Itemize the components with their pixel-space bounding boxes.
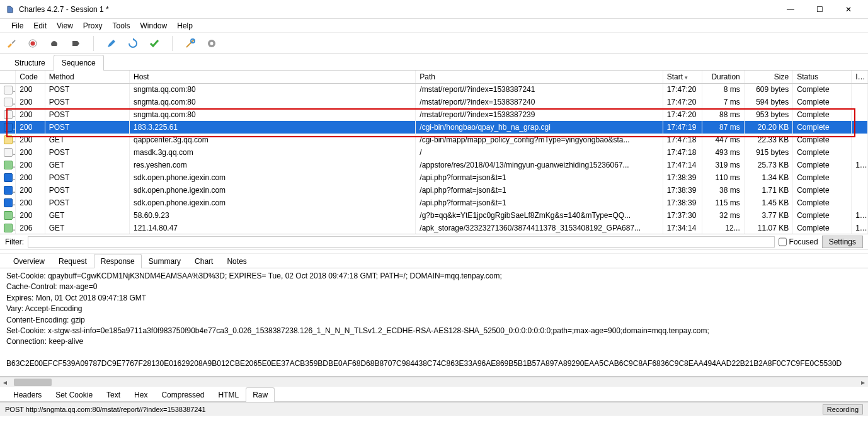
col-method[interactable]: Method <box>45 71 129 83</box>
table-row[interactable]: 200POSTsdk.open.phone.igexin.com/api.php… <box>0 171 868 184</box>
cell-code: 200 <box>16 209 45 222</box>
table-row[interactable]: 200POSTsngmta.qq.com:80/mstat/report//?i… <box>0 96 868 108</box>
col-start[interactable]: Start <box>663 71 702 83</box>
tab-request[interactable]: Request <box>52 254 94 268</box>
scroll-right-arrow[interactable]: ▸ <box>858 378 868 387</box>
row-type-icon <box>4 161 13 169</box>
table-row[interactable]: 200GET58.60.9.23/g?b=qq&k=YtE1jpc0gRgibS… <box>0 209 868 222</box>
cell-duration: 110 ms <box>702 171 744 184</box>
tab-summary[interactable]: Summary <box>142 254 188 268</box>
horizontal-scrollbar[interactable]: ◂ ▸ <box>0 377 868 387</box>
filter-input[interactable] <box>28 236 775 248</box>
cell-duration: 32 ms <box>702 209 744 222</box>
cell-size: 20.20 KB <box>744 121 792 134</box>
table-row[interactable]: 200POSTsdk.open.phone.igexin.com/api.php… <box>0 197 868 209</box>
cell-code: 200 <box>16 134 45 146</box>
table-row[interactable]: 200GETres.yeshen.com/appstore/res/2018/0… <box>0 159 868 171</box>
format-text[interactable]: Text <box>100 387 127 402</box>
cell-start: 17:47:20 <box>663 96 702 108</box>
request-table: Code Method Host Path Start Duration Siz… <box>0 71 868 234</box>
menu-window[interactable]: Window <box>135 20 173 31</box>
col-status[interactable]: Status <box>793 71 852 83</box>
tab-sequence[interactable]: Sequence <box>54 55 104 71</box>
repeat-icon[interactable] <box>127 37 139 50</box>
col-path[interactable]: Path <box>416 71 663 83</box>
window-title: Charles 4.2.7 - Session 1 * <box>19 5 776 14</box>
close-button[interactable]: ✕ <box>834 0 863 19</box>
menu-edit[interactable]: Edit <box>28 20 52 31</box>
tab-overview[interactable]: Overview <box>6 254 52 268</box>
maximize-button[interactable]: ☐ <box>805 0 834 19</box>
table-row[interactable]: 200POSTmasdk.3g.qq.com/17:47:18493 ms915… <box>0 146 868 159</box>
cell-status: Complete <box>793 209 852 222</box>
focused-checkbox[interactable] <box>779 236 787 248</box>
cell-start: 17:47:20 <box>663 83 702 96</box>
pen-icon[interactable] <box>105 37 118 50</box>
cell-path: /mstat/report//?index=1538387240 <box>416 96 663 108</box>
cell-size: 3.77 KB <box>744 209 792 222</box>
menu-view[interactable]: View <box>52 20 78 31</box>
table-row[interactable]: 200POSTsngmta.qq.com:80/mstat/report//?i… <box>0 108 868 121</box>
cell-status: Complete <box>793 159 852 171</box>
cell-method: POST <box>45 184 129 197</box>
table-row[interactable]: 200POST183.3.225.61/cgi-bin/hongbao/qpay… <box>0 121 868 134</box>
validate-icon[interactable] <box>148 37 161 50</box>
settings-icon[interactable] <box>205 37 218 50</box>
table-row[interactable]: 200POSTsdk.open.phone.igexin.com/api.php… <box>0 184 868 197</box>
tools-icon[interactable] <box>184 37 197 50</box>
toolbar-separator <box>93 36 94 51</box>
format-compressed[interactable]: Compressed <box>154 387 211 402</box>
col-code[interactable]: Code <box>16 71 45 83</box>
cell-start: 17:38:39 <box>663 197 702 209</box>
format-headers[interactable]: Headers <box>6 387 49 402</box>
cell-info <box>852 96 868 108</box>
recording-indicator[interactable]: Recording <box>823 404 863 414</box>
cell-path: /g?b=qq&k=YtE1jpc0gRgibSaeLf8ZmKg&s=140&… <box>416 209 663 222</box>
cell-host: qappcenter.3g.qq.com <box>129 134 415 146</box>
view-tabs: Structure Sequence <box>0 54 868 71</box>
format-raw[interactable]: Raw <box>246 387 275 402</box>
settings-button[interactable]: Settings <box>822 236 863 248</box>
tab-chart[interactable]: Chart <box>188 254 220 268</box>
cell-host: sngmta.qq.com:80 <box>129 83 415 96</box>
tab-structure[interactable]: Structure <box>6 55 54 71</box>
cell-duration: 12... <box>702 222 744 234</box>
menu-tools[interactable]: Tools <box>108 20 135 31</box>
menu-help[interactable]: Help <box>172 20 198 31</box>
throttle-icon[interactable] <box>48 37 60 50</box>
menu-proxy[interactable]: Proxy <box>78 20 108 31</box>
cell-code: 200 <box>16 83 45 96</box>
record-icon[interactable] <box>26 37 39 50</box>
table-row[interactable]: 200POSTsngmta.qq.com:80/mstat/report//?i… <box>0 83 868 96</box>
cell-duration: 7 ms <box>702 96 744 108</box>
cell-status: Complete <box>793 222 852 234</box>
svg-marker-3 <box>72 41 79 46</box>
col-duration[interactable]: Duration <box>702 71 744 83</box>
col-size[interactable]: Size <box>744 71 792 83</box>
col-icon[interactable] <box>0 71 16 83</box>
scroll-thumb[interactable] <box>14 379 52 386</box>
cell-host: sngmta.qq.com:80 <box>129 108 415 121</box>
broom-icon[interactable] <box>5 37 18 50</box>
col-info[interactable]: I... <box>852 71 868 83</box>
table-row[interactable]: 200GETqappcenter.3g.qq.com/cgi-bin/mapp/… <box>0 134 868 146</box>
format-set-cookie[interactable]: Set Cookie <box>49 387 100 402</box>
col-host[interactable]: Host <box>129 71 415 83</box>
menu-file[interactable]: File <box>6 20 28 31</box>
tab-response[interactable]: Response <box>94 254 142 268</box>
response-line: Vary: Accept-Encoding <box>6 304 862 314</box>
cell-method: POST <box>45 83 129 96</box>
toolbar <box>0 33 868 54</box>
scroll-left-arrow[interactable]: ◂ <box>0 378 10 387</box>
table-row[interactable]: 206GET121.14.80.47/apk_storage/323232713… <box>0 222 868 234</box>
response-body[interactable]: Set-Cookie: qpaybuff=CgwKCDM1NjK3NDM4EAM… <box>0 268 868 377</box>
minimize-button[interactable]: — <box>776 0 805 19</box>
tab-notes[interactable]: Notes <box>220 254 253 268</box>
row-type-icon <box>4 173 13 182</box>
breakpoints-icon[interactable] <box>69 37 82 50</box>
cell-host: sdk.open.phone.igexin.com <box>129 171 415 184</box>
format-html[interactable]: HTML <box>211 387 246 402</box>
focused-checkbox-label[interactable]: Focused <box>779 236 818 248</box>
format-hex[interactable]: Hex <box>127 387 154 402</box>
cell-start: 17:47:20 <box>663 108 702 121</box>
